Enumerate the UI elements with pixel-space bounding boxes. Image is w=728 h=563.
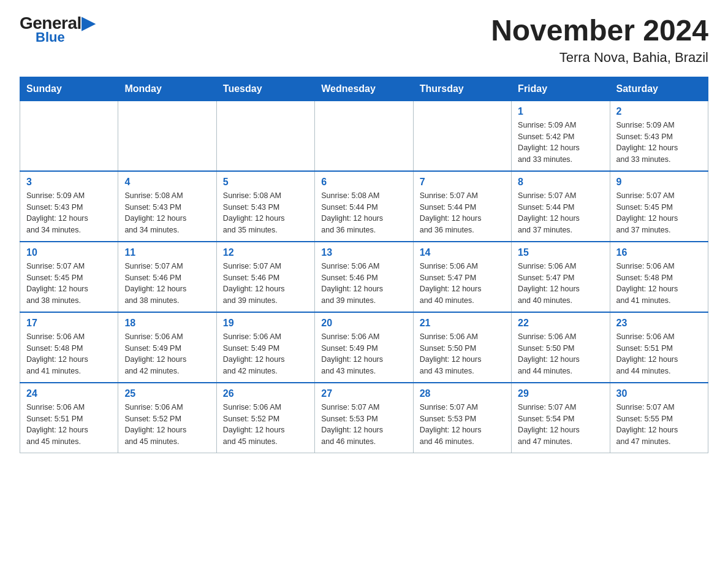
day-number: 19 xyxy=(223,318,308,329)
day-info: Sunrise: 5:07 AMSunset: 5:46 PMDaylight:… xyxy=(223,261,308,307)
day-number: 14 xyxy=(420,247,505,258)
calendar-cell: 3Sunrise: 5:09 AMSunset: 5:43 PMDaylight… xyxy=(20,171,118,242)
day-number: 22 xyxy=(518,318,603,329)
day-number: 9 xyxy=(616,177,702,188)
calendar-cell: 9Sunrise: 5:07 AMSunset: 5:45 PMDaylight… xyxy=(610,171,708,242)
calendar-cell xyxy=(118,101,216,171)
day-info: Sunrise: 5:07 AMSunset: 5:45 PMDaylight:… xyxy=(616,190,702,236)
calendar-week-row: 10Sunrise: 5:07 AMSunset: 5:45 PMDayligh… xyxy=(20,242,708,312)
day-info: Sunrise: 5:07 AMSunset: 5:44 PMDaylight:… xyxy=(420,190,505,236)
calendar-cell: 18Sunrise: 5:06 AMSunset: 5:49 PMDayligh… xyxy=(118,312,216,383)
day-number: 24 xyxy=(26,388,112,399)
calendar-cell: 17Sunrise: 5:06 AMSunset: 5:48 PMDayligh… xyxy=(20,312,118,383)
day-info: Sunrise: 5:06 AMSunset: 5:48 PMDaylight:… xyxy=(26,331,112,377)
calendar-cell: 4Sunrise: 5:08 AMSunset: 5:43 PMDaylight… xyxy=(118,171,216,242)
page-subtitle: Terra Nova, Bahia, Brazil xyxy=(491,50,708,66)
day-info: Sunrise: 5:09 AMSunset: 5:43 PMDaylight:… xyxy=(26,190,112,236)
day-info: Sunrise: 5:06 AMSunset: 5:52 PMDaylight:… xyxy=(223,402,308,448)
calendar-cell: 14Sunrise: 5:06 AMSunset: 5:47 PMDayligh… xyxy=(413,242,511,312)
day-number: 3 xyxy=(26,177,112,188)
calendar-cell: 28Sunrise: 5:07 AMSunset: 5:53 PMDayligh… xyxy=(413,383,511,453)
day-number: 4 xyxy=(124,177,210,188)
day-number: 16 xyxy=(616,247,702,258)
calendar-week-row: 1Sunrise: 5:09 AMSunset: 5:42 PMDaylight… xyxy=(20,101,708,171)
calendar-cell: 6Sunrise: 5:08 AMSunset: 5:44 PMDaylight… xyxy=(315,171,413,242)
calendar-cell: 10Sunrise: 5:07 AMSunset: 5:45 PMDayligh… xyxy=(20,242,118,312)
day-info: Sunrise: 5:06 AMSunset: 5:46 PMDaylight:… xyxy=(321,261,406,307)
day-info: Sunrise: 5:07 AMSunset: 5:53 PMDaylight:… xyxy=(321,402,406,448)
weekday-header-tuesday: Tuesday xyxy=(216,77,314,101)
day-number: 18 xyxy=(124,318,210,329)
calendar-cell: 24Sunrise: 5:06 AMSunset: 5:51 PMDayligh… xyxy=(20,383,118,453)
calendar-cell xyxy=(315,101,413,171)
day-number: 25 xyxy=(124,388,210,399)
day-info: Sunrise: 5:06 AMSunset: 5:47 PMDaylight:… xyxy=(518,261,603,307)
day-info: Sunrise: 5:06 AMSunset: 5:50 PMDaylight:… xyxy=(518,331,603,377)
calendar-cell: 15Sunrise: 5:06 AMSunset: 5:47 PMDayligh… xyxy=(512,242,610,312)
calendar-cell: 22Sunrise: 5:06 AMSunset: 5:50 PMDayligh… xyxy=(512,312,610,383)
day-number: 6 xyxy=(321,177,406,188)
calendar-table: SundayMondayTuesdayWednesdayThursdayFrid… xyxy=(20,77,708,453)
day-number: 7 xyxy=(420,177,505,188)
day-info: Sunrise: 5:06 AMSunset: 5:50 PMDaylight:… xyxy=(420,331,505,377)
day-number: 8 xyxy=(518,177,603,188)
day-info: Sunrise: 5:06 AMSunset: 5:52 PMDaylight:… xyxy=(124,402,210,448)
calendar-cell: 11Sunrise: 5:07 AMSunset: 5:46 PMDayligh… xyxy=(118,242,216,312)
calendar-cell xyxy=(413,101,511,171)
calendar-cell: 30Sunrise: 5:07 AMSunset: 5:55 PMDayligh… xyxy=(610,383,708,453)
day-number: 26 xyxy=(223,388,308,399)
page-header: General▶ Blue November 2024 Terra Nova, … xyxy=(20,15,708,66)
logo-blue: Blue xyxy=(36,29,65,45)
day-number: 29 xyxy=(518,388,603,399)
day-number: 12 xyxy=(223,247,308,258)
calendar-cell xyxy=(216,101,314,171)
weekday-header-sunday: Sunday xyxy=(20,77,118,101)
calendar-cell: 29Sunrise: 5:07 AMSunset: 5:54 PMDayligh… xyxy=(512,383,610,453)
calendar-cell: 20Sunrise: 5:06 AMSunset: 5:49 PMDayligh… xyxy=(315,312,413,383)
day-info: Sunrise: 5:08 AMSunset: 5:43 PMDaylight:… xyxy=(223,190,308,236)
calendar-cell: 23Sunrise: 5:06 AMSunset: 5:51 PMDayligh… xyxy=(610,312,708,383)
weekday-header-friday: Friday xyxy=(512,77,610,101)
day-number: 11 xyxy=(124,247,210,258)
day-number: 17 xyxy=(26,318,112,329)
calendar-cell: 12Sunrise: 5:07 AMSunset: 5:46 PMDayligh… xyxy=(216,242,314,312)
day-info: Sunrise: 5:07 AMSunset: 5:44 PMDaylight:… xyxy=(518,190,603,236)
calendar-cell xyxy=(20,101,118,171)
day-info: Sunrise: 5:06 AMSunset: 5:51 PMDaylight:… xyxy=(26,402,112,448)
weekday-header-monday: Monday xyxy=(118,77,216,101)
weekday-header-wednesday: Wednesday xyxy=(315,77,413,101)
day-info: Sunrise: 5:07 AMSunset: 5:54 PMDaylight:… xyxy=(518,402,603,448)
calendar-week-row: 3Sunrise: 5:09 AMSunset: 5:43 PMDaylight… xyxy=(20,171,708,242)
calendar-cell: 19Sunrise: 5:06 AMSunset: 5:49 PMDayligh… xyxy=(216,312,314,383)
calendar-cell: 5Sunrise: 5:08 AMSunset: 5:43 PMDaylight… xyxy=(216,171,314,242)
day-info: Sunrise: 5:06 AMSunset: 5:49 PMDaylight:… xyxy=(223,331,308,377)
page-title: November 2024 xyxy=(491,15,708,47)
day-info: Sunrise: 5:06 AMSunset: 5:49 PMDaylight:… xyxy=(124,331,210,377)
calendar-cell: 13Sunrise: 5:06 AMSunset: 5:46 PMDayligh… xyxy=(315,242,413,312)
calendar-cell: 1Sunrise: 5:09 AMSunset: 5:42 PMDaylight… xyxy=(512,101,610,171)
day-info: Sunrise: 5:07 AMSunset: 5:53 PMDaylight:… xyxy=(420,402,505,448)
calendar-cell: 8Sunrise: 5:07 AMSunset: 5:44 PMDaylight… xyxy=(512,171,610,242)
calendar-week-row: 17Sunrise: 5:06 AMSunset: 5:48 PMDayligh… xyxy=(20,312,708,383)
day-info: Sunrise: 5:09 AMSunset: 5:43 PMDaylight:… xyxy=(616,120,702,166)
day-number: 28 xyxy=(420,388,505,399)
day-info: Sunrise: 5:06 AMSunset: 5:48 PMDaylight:… xyxy=(616,261,702,307)
weekday-header-thursday: Thursday xyxy=(413,77,511,101)
day-number: 2 xyxy=(616,106,702,117)
day-number: 15 xyxy=(518,247,603,258)
day-number: 27 xyxy=(321,388,406,399)
day-number: 21 xyxy=(420,318,505,329)
day-info: Sunrise: 5:06 AMSunset: 5:49 PMDaylight:… xyxy=(321,331,406,377)
day-number: 23 xyxy=(616,318,702,329)
calendar-cell: 26Sunrise: 5:06 AMSunset: 5:52 PMDayligh… xyxy=(216,383,314,453)
calendar-cell: 7Sunrise: 5:07 AMSunset: 5:44 PMDaylight… xyxy=(413,171,511,242)
day-number: 13 xyxy=(321,247,406,258)
weekday-header-saturday: Saturday xyxy=(610,77,708,101)
day-info: Sunrise: 5:07 AMSunset: 5:45 PMDaylight:… xyxy=(26,261,112,307)
calendar-cell: 21Sunrise: 5:06 AMSunset: 5:50 PMDayligh… xyxy=(413,312,511,383)
calendar-header-row: SundayMondayTuesdayWednesdayThursdayFrid… xyxy=(20,77,708,101)
day-info: Sunrise: 5:08 AMSunset: 5:44 PMDaylight:… xyxy=(321,190,406,236)
day-info: Sunrise: 5:07 AMSunset: 5:46 PMDaylight:… xyxy=(124,261,210,307)
day-number: 30 xyxy=(616,388,702,399)
calendar-week-row: 24Sunrise: 5:06 AMSunset: 5:51 PMDayligh… xyxy=(20,383,708,453)
